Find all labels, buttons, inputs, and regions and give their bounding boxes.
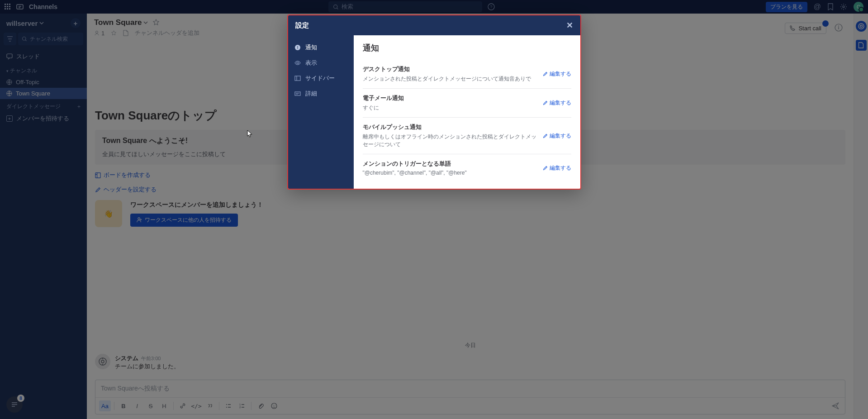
sidebar-icon [294, 75, 301, 81]
pencil-icon [543, 100, 548, 105]
modal-header: 設定 ✕ [288, 15, 580, 35]
close-icon[interactable]: ✕ [566, 20, 573, 30]
pencil-icon [543, 71, 548, 76]
svg-rect-37 [295, 92, 300, 95]
setting-mention-triggers: メンションのトリガーとなる単語 "@cherubim", "@channel",… [363, 154, 571, 181]
nav-display[interactable]: 表示 [288, 55, 354, 71]
edit-desktop-notif[interactable]: 編集する [543, 65, 571, 83]
edit-mention-triggers[interactable]: 編集する [543, 160, 571, 176]
modal-nav: ! 通知 表示 サイドバー 詳細 [288, 35, 354, 189]
modal-content: 通知 デスクトップ通知 メンションされた投稿とダイレクトメッセージについて通知音… [354, 35, 580, 189]
alert-icon: ! [294, 44, 301, 51]
setting-desktop-notifications: デスクトップ通知 メンションされた投稿とダイレクトメッセージについて通知音ありで… [363, 60, 571, 89]
setting-mobile-push: モバイルプッシュ通知 離席中もしくはオフライン時のメンションされた投稿とダイレク… [363, 118, 571, 154]
edit-mobile-push[interactable]: 編集する [543, 123, 571, 148]
edit-email-notif[interactable]: 編集する [543, 94, 571, 112]
eye-icon [294, 60, 301, 66]
settings-modal: 設定 ✕ ! 通知 表示 サイドバー 詳細 通知 [287, 14, 581, 190]
svg-point-35 [297, 62, 299, 64]
nav-sidebar[interactable]: サイドバー [288, 71, 354, 86]
pencil-icon [543, 133, 548, 138]
settings-section-title: 通知 [363, 43, 571, 53]
detail-icon [294, 90, 301, 97]
modal-title: 設定 [295, 21, 309, 30]
svg-rect-36 [295, 76, 300, 81]
pencil-icon [543, 166, 548, 171]
setting-email-notifications: 電子メール通知 すぐに 編集する [363, 89, 571, 118]
svg-text:!: ! [297, 45, 298, 50]
nav-advanced[interactable]: 詳細 [288, 86, 354, 101]
nav-notifications[interactable]: ! 通知 [288, 40, 354, 55]
